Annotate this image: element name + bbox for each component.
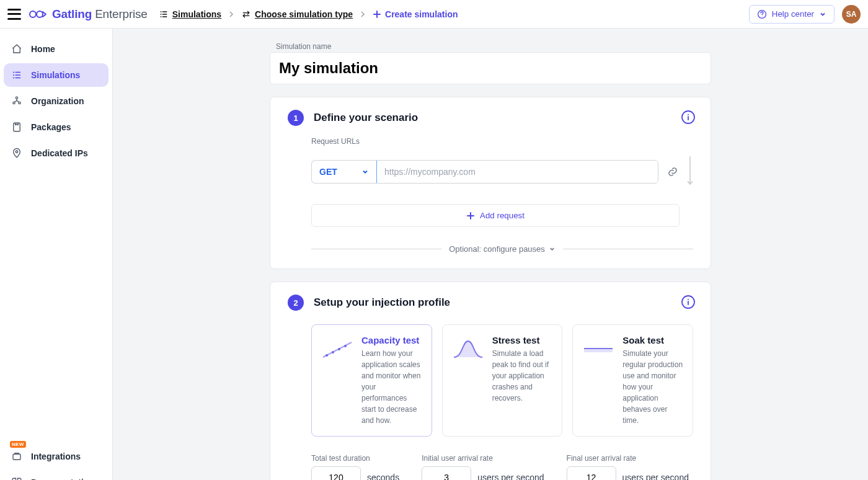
param-label: Final user arrival rate xyxy=(567,454,689,463)
param-duration: Total test duration seconds xyxy=(311,454,399,480)
home-icon xyxy=(11,43,22,55)
method-select[interactable]: GET xyxy=(311,160,377,184)
add-request-button[interactable]: Add request xyxy=(311,204,680,227)
svg-point-18 xyxy=(332,351,334,353)
list-icon xyxy=(159,9,169,19)
final-rate-input[interactable] xyxy=(567,466,616,480)
configure-pauses-toggle[interactable]: Optional: configure pauses xyxy=(311,244,693,254)
avatar[interactable]: SA xyxy=(842,5,861,24)
profile-capacity[interactable]: Capacity test Learn how your application… xyxy=(311,324,432,437)
sidebar-item-integrations[interactable]: NEW Integrations xyxy=(4,445,108,468)
sim-name-input[interactable] xyxy=(278,59,703,78)
package-icon xyxy=(11,122,22,133)
param-label: Total test duration xyxy=(311,454,399,463)
breadcrumb-simulations[interactable]: Simulations xyxy=(159,9,221,19)
svg-point-15 xyxy=(688,299,689,300)
svg-rect-9 xyxy=(13,454,20,460)
sidebar-item-home[interactable]: Home xyxy=(4,37,108,61)
sidebar-item-simulations[interactable]: Simulations xyxy=(4,63,108,87)
sidebar-item-label: Dedicated IPs xyxy=(31,148,88,158)
sidebar-item-packages[interactable]: Packages xyxy=(4,115,108,139)
svg-point-1 xyxy=(37,11,43,17)
flow-arrow-icon xyxy=(687,149,693,194)
svg-point-20 xyxy=(344,345,347,347)
capacity-chart-icon xyxy=(321,335,354,426)
menu-toggle[interactable] xyxy=(7,9,21,20)
svg-point-0 xyxy=(30,11,36,17)
brand-name: Gatling Enterprise xyxy=(52,7,148,21)
chevron-down-icon xyxy=(361,168,369,176)
card-define-scenario: 1 Define your scenario Request URLs GET xyxy=(270,97,711,269)
initial-rate-input[interactable] xyxy=(422,466,471,480)
svg-point-13 xyxy=(688,114,689,115)
soak-chart-icon xyxy=(582,335,615,426)
sidebar-item-organization[interactable]: Organization xyxy=(4,89,108,113)
step-badge-2: 2 xyxy=(288,295,304,311)
breadcrumb-choose-type[interactable]: Choose simulation type xyxy=(241,9,353,19)
plus-icon xyxy=(466,211,475,220)
chevron-down-icon xyxy=(819,11,826,18)
chevron-right-icon xyxy=(359,11,366,18)
help-center-button[interactable]: Help center xyxy=(749,5,835,24)
svg-point-3 xyxy=(761,16,762,17)
org-icon xyxy=(11,96,22,107)
swap-icon xyxy=(241,9,251,19)
brand[interactable]: Gatling Enterprise xyxy=(29,7,148,21)
sidebar-item-documentation[interactable]: Documentation xyxy=(4,471,108,480)
new-badge: NEW xyxy=(10,441,26,448)
sidebar-item-label: Documentation xyxy=(31,478,94,480)
help-icon xyxy=(757,9,767,19)
param-initial-rate: Initial user arrival rate users per seco… xyxy=(422,454,544,480)
card-title: Setup your injection profile xyxy=(314,296,450,309)
gatling-logo-icon xyxy=(29,9,47,20)
card-injection-profile: 2 Setup your injection profile Capa xyxy=(270,282,711,480)
duration-input[interactable] xyxy=(311,466,361,480)
svg-point-17 xyxy=(326,354,328,357)
sidebar-item-label: Organization xyxy=(31,96,84,106)
sidebar-item-label: Simulations xyxy=(31,70,80,80)
param-final-rate: Final user arrival rate users per second xyxy=(567,454,689,480)
sidebar-item-label: Integrations xyxy=(31,451,81,461)
sidebar-item-label: Packages xyxy=(31,122,71,132)
shell: Home Simulations Organization Packages D… xyxy=(0,29,868,480)
param-unit: users per second xyxy=(622,473,689,480)
profile-desc: Learn how your application scales and mo… xyxy=(361,348,423,426)
profile-title: Soak test xyxy=(622,335,684,345)
chevron-right-icon xyxy=(228,11,235,18)
sidebar-item-dedicated-ips[interactable]: Dedicated IPs xyxy=(4,141,108,165)
profile-desc: Simulate your regular production use and… xyxy=(622,348,684,426)
profile-stress[interactable]: Stress test Simulate a load peak to find… xyxy=(442,324,563,437)
main-content: Simulation name 1 Define your scenario R… xyxy=(113,29,868,480)
breadcrumb-create[interactable]: Create simulation xyxy=(373,9,458,19)
info-icon[interactable] xyxy=(681,295,696,309)
param-unit: users per second xyxy=(477,473,544,480)
sidebar: Home Simulations Organization Packages D… xyxy=(0,29,113,480)
sidebar-item-label: Home xyxy=(31,44,55,54)
topbar: Gatling Enterprise Simulations Choose si… xyxy=(0,0,868,29)
url-label: Request URLs xyxy=(311,137,693,146)
info-icon[interactable] xyxy=(681,110,696,125)
card-title: Define your scenario xyxy=(314,112,418,124)
url-input-group: GET xyxy=(311,160,658,184)
pin-icon xyxy=(11,148,22,159)
sim-name-field[interactable] xyxy=(270,52,711,84)
integrations-icon xyxy=(11,451,22,462)
svg-point-8 xyxy=(16,151,17,153)
book-icon xyxy=(11,477,22,480)
sim-name-label: Simulation name xyxy=(276,42,711,51)
profile-title: Stress test xyxy=(492,335,554,345)
svg-point-4 xyxy=(16,97,17,99)
chevron-down-icon xyxy=(549,246,556,252)
param-unit: seconds xyxy=(367,473,399,480)
list-icon xyxy=(11,69,22,81)
profile-title: Capacity test xyxy=(361,335,423,345)
svg-point-19 xyxy=(338,348,340,350)
profile-desc: Simulate a load peak to find out if your… xyxy=(492,348,554,404)
link-icon[interactable] xyxy=(667,166,678,177)
param-label: Initial user arrival rate xyxy=(422,454,544,463)
step-badge-1: 1 xyxy=(288,110,304,126)
stress-chart-icon xyxy=(451,335,485,426)
breadcrumb: Simulations Choose simulation type Creat… xyxy=(159,9,749,19)
profile-soak[interactable]: Soak test Simulate your regular producti… xyxy=(572,324,693,437)
url-input[interactable] xyxy=(377,161,658,183)
